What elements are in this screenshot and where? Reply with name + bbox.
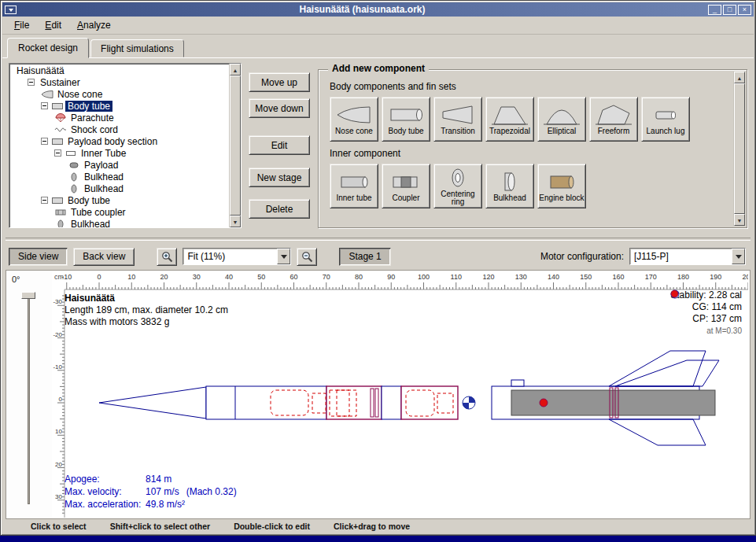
delete-button[interactable]: Delete — [249, 199, 310, 219]
engine-block-button[interactable]: Engine block — [537, 164, 586, 208]
palette-button-label: Launch lug — [647, 127, 685, 135]
tab-label: Flight simulations — [101, 43, 174, 54]
launch-lug-button[interactable]: Launch lug — [641, 97, 690, 142]
palette-scrollbar[interactable]: ▲ ▼ — [733, 72, 745, 226]
tree-item-inner-tube[interactable]: Inner Tube — [9, 147, 229, 159]
centering-ring-button[interactable]: Centering ring — [433, 164, 482, 208]
menu-analyze[interactable]: Analyze — [70, 17, 118, 33]
menu-file[interactable]: File — [7, 17, 36, 33]
zoom-select[interactable]: Fit (11%) — [183, 248, 291, 265]
tree-item-parachute[interactable]: Parachute — [9, 112, 229, 124]
velocity-value: 107 m/s — [146, 485, 179, 498]
elliptical-icon — [543, 103, 581, 127]
collapse-icon[interactable] — [41, 102, 48, 109]
tree-item-label: Bulkhead — [82, 171, 126, 183]
hint-click-to-select: Click to select — [31, 522, 87, 531]
tree-item-body-tube[interactable]: Body tube — [9, 194, 229, 206]
maximize-icon[interactable]: □ — [723, 5, 736, 15]
engineblock-icon — [543, 170, 581, 194]
close-icon[interactable]: × — [738, 5, 751, 15]
move-up-button[interactable]: Move up — [249, 72, 310, 92]
menu-edit[interactable]: Edit — [38, 17, 68, 33]
tree-item-sustainer[interactable]: Sustainer — [9, 76, 229, 88]
collapse-icon[interactable] — [54, 149, 61, 157]
hint-shift-click-to-select-other: Shift+click to select other — [110, 522, 211, 531]
tree-item-payload[interactable]: Payload — [9, 159, 229, 171]
palette-row: Nose coneBody tubeTransitionTrapezoidalE… — [330, 97, 736, 142]
scroll-down-icon[interactable]: ▼ — [230, 216, 241, 227]
elliptical-button[interactable]: Elliptical — [537, 97, 586, 142]
svg-text:-20: -20 — [53, 330, 62, 337]
palette-button-label: Freeform — [598, 127, 630, 135]
rotation-slider-track[interactable] — [28, 294, 30, 504]
chevron-down-icon[interactable] — [277, 249, 290, 264]
collapse-icon[interactable] — [41, 197, 48, 204]
scroll-thumb[interactable] — [230, 76, 241, 216]
svg-text:40: 40 — [225, 273, 233, 281]
tab-flight-simulations[interactable]: Flight simulations — [90, 39, 184, 57]
tree-item-bulkhead[interactable]: Bulkhead — [9, 183, 229, 194]
rotation-slider-handle[interactable] — [21, 292, 35, 299]
cp-value: CP: 137 cm — [692, 313, 742, 325]
tree-item-label: Body tube — [65, 195, 112, 206]
palette-button-label: Body tube — [388, 127, 423, 135]
scroll-down-icon[interactable]: ▼ — [734, 214, 745, 226]
trapezoidal-button[interactable]: Trapezoidal — [485, 97, 534, 142]
motor-configuration-select[interactable]: [J115-P] — [629, 248, 746, 265]
collapse-icon[interactable] — [41, 138, 48, 145]
palette-button-label: Bulkhead — [493, 194, 526, 202]
stage-1-toggle[interactable]: Stage 1 — [339, 248, 390, 266]
bulkhead-icon — [491, 170, 529, 194]
magnifier-plus-icon — [161, 251, 173, 263]
tree-item-haisun-t[interactable]: Haisunäätä — [9, 65, 229, 76]
zoom-out-button[interactable] — [297, 248, 317, 266]
edit-button[interactable]: Edit — [249, 135, 310, 155]
new-stage-button[interactable]: New stage — [249, 168, 310, 187]
tree-item-bulkhead[interactable]: Bulkhead — [9, 171, 229, 183]
rocket-view[interactable]: -100102030405060708090100110120130140150… — [52, 271, 750, 518]
scroll-up-icon[interactable]: ▲ — [734, 72, 745, 83]
innertube-icon — [65, 149, 77, 158]
tree-item-payload-body-section[interactable]: Payload body section — [9, 135, 229, 147]
window-menu-icon[interactable] — [5, 6, 17, 14]
tree-item-bulkhead[interactable]: Bulkhead — [9, 218, 229, 227]
launchlug-icon — [647, 103, 684, 127]
minimize-icon[interactable]: _ — [708, 5, 721, 15]
back-view-button[interactable]: Back view — [73, 248, 135, 266]
rocket-drawing[interactable] — [99, 351, 719, 445]
tree-item-label: Body tube — [65, 101, 112, 112]
svg-text:110: 110 — [451, 273, 462, 281]
tree-item-label: Tube coupler — [68, 207, 128, 218]
split-handle[interactable] — [2, 233, 754, 244]
tree-item-tube-coupler[interactable]: Tube coupler — [9, 206, 229, 218]
chevron-down-icon[interactable] — [732, 249, 745, 264]
move-down-button[interactable]: Move down — [249, 98, 310, 118]
zoom-in-button[interactable] — [157, 248, 177, 266]
collapse-icon[interactable] — [28, 79, 35, 86]
scroll-up-icon[interactable]: ▲ — [230, 64, 241, 76]
cg-value: CG: 114 cm — [692, 301, 742, 313]
apogee-label: Apogee: — [65, 473, 146, 485]
inner-tube-button[interactable]: Inner tube — [330, 164, 378, 208]
scroll-thumb[interactable] — [734, 83, 745, 214]
tree-scrollbar[interactable]: ▲ ▼ — [229, 64, 241, 227]
tree-item-shock-cord[interactable]: Shock cord — [9, 124, 229, 135]
centeringring-icon — [439, 166, 477, 190]
shockcord-icon — [54, 125, 67, 135]
tree-item-label: Haisunäätä — [14, 65, 67, 76]
button-label: New stage — [257, 172, 302, 183]
bodytube-icon — [51, 196, 64, 205]
side-view-button[interactable]: Side view — [9, 248, 68, 266]
body-tube-button[interactable]: Body tube — [382, 97, 430, 142]
nose-cone-button[interactable]: Nose cone — [330, 97, 378, 142]
coupler-button[interactable]: Coupler — [382, 164, 430, 208]
zoom-value: Fit (11%) — [183, 249, 277, 264]
innertube-icon — [335, 170, 373, 194]
tree-item-nose-cone[interactable]: Nose cone — [9, 88, 229, 100]
velocity-label: Max. velocity: — [65, 485, 146, 498]
tab-rocket-design[interactable]: Rocket design — [7, 38, 89, 58]
tree-item-body-tube[interactable]: Body tube — [9, 100, 229, 112]
bulkhead-button[interactable]: Bulkhead — [485, 164, 534, 208]
transition-button[interactable]: Transition — [433, 97, 482, 142]
freeform-button[interactable]: Freeform — [589, 97, 638, 142]
